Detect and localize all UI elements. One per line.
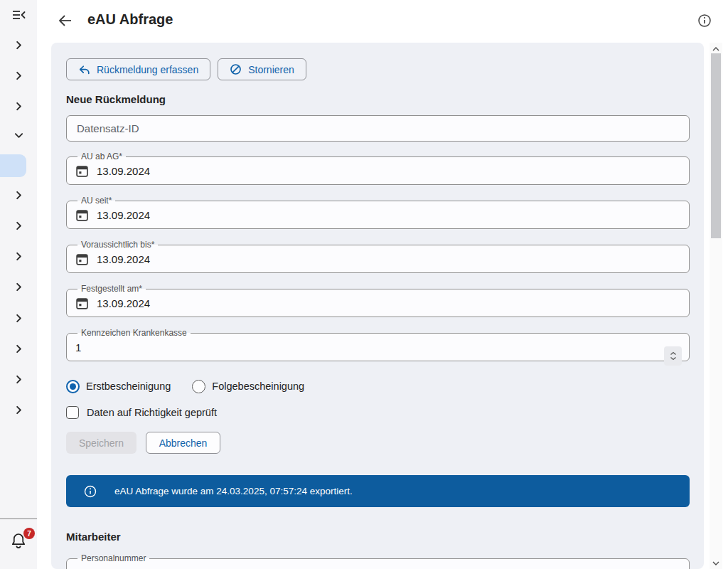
radio-erstbescheinigung[interactable]: Erstbescheinigung — [66, 380, 171, 393]
chevron-right-icon — [14, 101, 24, 112]
sidebar-item-13[interactable] — [9, 401, 28, 418]
radio-unselected-icon — [192, 380, 205, 393]
datensatz-id-input[interactable]: Datensatz-ID — [66, 115, 690, 142]
sidebar-item-10[interactable] — [9, 309, 28, 326]
personalnummer-field[interactable]: Personalnummer — [66, 554, 690, 569]
radio-selected-icon — [66, 380, 80, 393]
action-buttons: Rückmeldung erfassen Stornieren — [66, 58, 690, 80]
radio-folgebescheinigung-label: Folgebescheinigung — [212, 381, 304, 392]
back-arrow-icon[interactable] — [57, 12, 74, 29]
sidebar-item-8[interactable] — [9, 248, 28, 265]
eau-form-panel: Rückmeldung erfassen Stornieren Neue Rüc… — [51, 43, 704, 569]
cancel-icon — [230, 63, 242, 75]
chevron-right-icon — [14, 190, 24, 201]
au-seit-label: AU seit* — [77, 196, 115, 206]
au-ab-ag-value: 13.09.2024 — [97, 165, 150, 177]
sidebar-divider — [0, 519, 37, 519]
sidebar-item-12[interactable] — [9, 371, 28, 388]
sidebar-item-9[interactable] — [9, 278, 28, 295]
chevron-right-icon — [14, 313, 24, 324]
scroll-up-icon[interactable] — [710, 43, 722, 54]
sidebar-item-7[interactable] — [9, 217, 28, 234]
speichern-button[interactable]: Speichern — [66, 432, 136, 454]
sidebar-item-11[interactable] — [9, 340, 28, 357]
chevron-right-icon — [14, 374, 24, 385]
richtigkeit-checkbox-row[interactable]: Daten auf Richtigkeit geprüft — [66, 405, 690, 420]
stornieren-label: Stornieren — [248, 64, 294, 75]
section-title-neue-rueckmeldung: Neue Rückmeldung — [66, 92, 690, 107]
sidebar-item-6[interactable] — [9, 186, 28, 203]
festgestellt-am-value: 13.09.2024 — [97, 297, 150, 309]
calendar-icon — [75, 297, 89, 310]
sidebar: 7 — [0, 0, 37, 569]
spinner-down-icon — [670, 356, 677, 361]
sidebar-item-2[interactable] — [9, 67, 28, 84]
sidebar-item-3[interactable] — [9, 97, 28, 115]
undo-icon — [78, 63, 90, 75]
voraussichtlich-bis-value: 13.09.2024 — [97, 253, 150, 265]
notifications-bell-icon[interactable]: 7 — [9, 531, 31, 553]
checkbox-unchecked-icon[interactable] — [66, 406, 79, 419]
sidebar-item-4[interactable] — [9, 127, 28, 144]
spinner-up-icon — [670, 351, 677, 356]
abbrechen-button[interactable]: Abbrechen — [146, 432, 220, 454]
chevron-right-icon — [14, 344, 24, 354]
number-spinner[interactable] — [664, 346, 682, 366]
au-ab-ag-label: AU ab AG* — [77, 152, 126, 161]
kennzeichen-krankenkasse-value: 1 — [75, 341, 81, 353]
voraussichtlich-bis-field[interactable]: Voraussichtlich bis* 13.09.2024 — [66, 240, 690, 273]
chevron-right-icon — [14, 40, 24, 50]
rueckmeldung-erfassen-label: Rückmeldung erfassen — [97, 64, 198, 75]
radio-erstbescheinigung-label: Erstbescheinigung — [86, 381, 171, 392]
form-buttons: Speichern Abbrechen — [66, 432, 690, 454]
sidebar-item-5-selected[interactable] — [0, 154, 26, 177]
chevron-down-icon — [14, 130, 24, 141]
section-title-mitarbeiter: Mitarbeiter — [66, 530, 690, 544]
voraussichtlich-bis-label: Voraussichtlich bis* — [77, 240, 158, 250]
scroll-down-icon[interactable] — [710, 558, 722, 568]
kennzeichen-krankenkasse-label: Kennzeichen Krankenkasse — [77, 329, 191, 338]
stornieren-button[interactable]: Stornieren — [218, 58, 306, 80]
rueckmeldung-erfassen-button[interactable]: Rückmeldung erfassen — [66, 58, 210, 80]
au-seit-field[interactable]: AU seit* 13.09.2024 — [66, 196, 690, 229]
info-icon[interactable] — [697, 13, 712, 28]
richtigkeit-checkbox-label: Daten auf Richtigkeit geprüft — [87, 407, 217, 418]
notification-badge: 7 — [23, 528, 35, 539]
export-info-banner: eAU Abfrage wurde am 24.03.2025, 07:57:2… — [66, 475, 690, 507]
bescheinigung-radio-group: Erstbescheinigung Folgebescheinigung — [66, 379, 690, 393]
collapse-menu-icon[interactable] — [9, 6, 28, 23]
calendar-icon — [75, 208, 89, 222]
personalnummer-label: Personalnummer — [77, 554, 149, 563]
au-seit-value: 13.09.2024 — [97, 209, 150, 221]
chevron-right-icon — [14, 220, 24, 231]
radio-folgebescheinigung[interactable]: Folgebescheinigung — [192, 380, 304, 393]
chevron-right-icon — [14, 251, 24, 262]
page-title: eAU Abfrage — [87, 11, 173, 28]
sidebar-item-1[interactable] — [9, 36, 28, 53]
scrollbar-thumb[interactable] — [711, 53, 721, 238]
chevron-right-icon — [14, 70, 24, 81]
calendar-icon — [75, 164, 89, 178]
datensatz-id-placeholder: Datensatz-ID — [77, 122, 139, 134]
festgestellt-am-label: Festgestellt am* — [77, 284, 146, 294]
kennzeichen-krankenkasse-field[interactable]: Kennzeichen Krankenkasse 1 — [66, 329, 690, 361]
banner-info-icon — [83, 484, 97, 499]
festgestellt-am-field[interactable]: Festgestellt am* 13.09.2024 — [66, 284, 690, 317]
header: eAU Abfrage — [37, 0, 728, 43]
chevron-right-icon — [14, 282, 24, 292]
calendar-icon — [75, 252, 89, 266]
export-info-text: eAU Abfrage wurde am 24.03.2025, 07:57:2… — [114, 486, 353, 496]
au-ab-ag-field[interactable]: AU ab AG* 13.09.2024 — [66, 152, 690, 185]
vertical-scrollbar[interactable] — [710, 43, 722, 569]
chevron-right-icon — [14, 405, 24, 415]
